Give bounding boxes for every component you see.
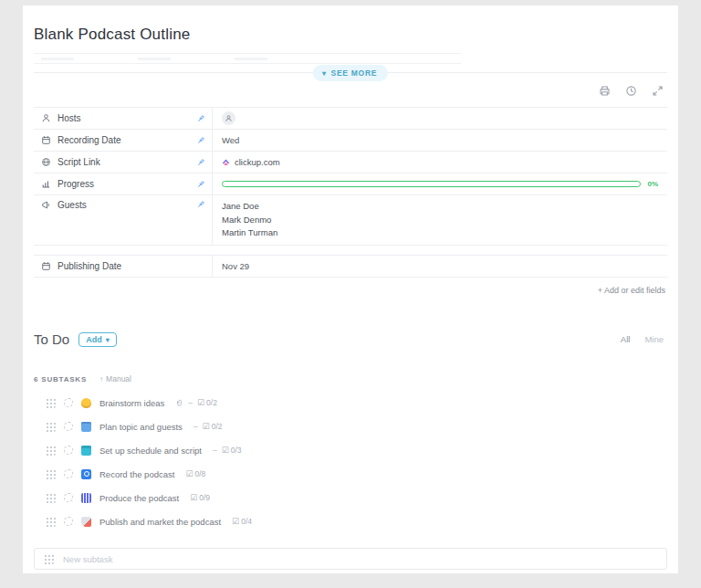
pin-icon[interactable] (196, 114, 205, 123)
subtask-meta: 0/2 (194, 422, 223, 431)
field-name: Script Link (58, 157, 190, 167)
subtask-name[interactable]: Brainstorm ideas (99, 398, 164, 408)
field-label-hosts[interactable]: Hosts (34, 108, 213, 129)
checklist-count[interactable]: 0/3 (222, 446, 242, 455)
progress-icon (41, 179, 51, 189)
lightbulb-icon (81, 398, 91, 408)
subtask-name[interactable]: Produce the podcast (99, 493, 179, 503)
globe-icon (41, 157, 51, 167)
subtask-row[interactable]: Publish and market the podcast 0/4 (45, 509, 667, 533)
calendar-icon (41, 135, 51, 145)
pin-icon[interactable] (196, 200, 205, 209)
filter-mine[interactable]: Mine (644, 334, 664, 344)
status-circle-icon[interactable] (64, 422, 73, 431)
field-label-recording-date[interactable]: Recording Date (34, 130, 213, 151)
status-circle-icon[interactable] (64, 446, 73, 455)
field-row-script-link: Script Link clickup.com (34, 151, 667, 173)
field-row-guests: Guests Jane Doe Mark Denmo Martin Turman (34, 194, 667, 245)
field-label-guests[interactable]: Guests (34, 195, 213, 245)
expand-icon[interactable] (652, 85, 664, 97)
subtask-meta: 0/9 (190, 493, 210, 502)
dash-icon (213, 446, 217, 455)
drag-handle-icon[interactable] (45, 445, 56, 456)
todo-filters: All Mine (621, 334, 664, 344)
rocket-icon (81, 517, 91, 527)
field-name: Progress (58, 179, 190, 189)
status-circle-icon[interactable] (64, 398, 73, 407)
subtask-name[interactable]: Publish and market the podcast (99, 517, 221, 527)
field-value-script-link[interactable]: clickup.com (213, 152, 667, 173)
schedule-icon (81, 446, 91, 456)
field-row-recording-date: Recording Date Wed (34, 129, 667, 151)
drag-handle-icon[interactable] (45, 492, 56, 503)
field-value-hosts[interactable] (213, 108, 667, 129)
checklist-count[interactable]: 0/9 (190, 493, 210, 502)
recording-date-value: Wed (222, 135, 239, 145)
field-name: Guests (58, 200, 190, 210)
field-value-publishing-date[interactable]: Nov 29 (213, 256, 667, 277)
subtask-name[interactable]: Plan topic and guests (99, 422, 183, 432)
subtask-row[interactable]: Brainstorm ideas 0/2 (45, 391, 667, 415)
field-name: Recording Date (58, 135, 190, 145)
dash-icon (194, 422, 198, 431)
sort-control[interactable]: Manual (99, 374, 131, 383)
field-label-progress[interactable]: Progress (34, 173, 213, 194)
subtask-row[interactable]: Plan topic and guests 0/2 (45, 415, 667, 438)
checklist-count[interactable]: 0/8 (185, 469, 205, 478)
field-value-guests[interactable]: Jane Doe Mark Denmo Martin Turman (213, 195, 667, 245)
chevron-down-icon (106, 335, 110, 344)
field-value-progress[interactable]: 0% (213, 173, 667, 194)
see-more-label: SEE MORE (331, 68, 377, 78)
add-button-label: Add (86, 335, 102, 344)
status-circle-icon[interactable] (64, 517, 73, 526)
checkbox-icon (185, 469, 193, 478)
user-icon (225, 114, 233, 122)
dash-icon (188, 398, 193, 407)
drag-handle-icon (43, 553, 54, 564)
todo-section-title: To Do (34, 331, 69, 347)
guest-list: Jane Doe Mark Denmo Martin Turman (222, 197, 277, 243)
sort-arrow-icon (99, 374, 103, 383)
add-subtask-button[interactable]: Add (78, 332, 117, 347)
see-more-divider: SEE MORE (34, 72, 667, 73)
field-value-recording-date[interactable]: Wed (213, 130, 667, 151)
add-or-edit-fields-button[interactable]: + Add or edit fields (23, 278, 678, 295)
subtask-row[interactable]: Produce the podcast 0/9 (45, 486, 667, 509)
guest-name: Mark Denmo (222, 214, 277, 227)
subtask-list: Brainstorm ideas 0/2 Plan topic and gues… (23, 387, 678, 533)
checklist-count[interactable]: 0/4 (232, 517, 252, 526)
calendar-icon (41, 261, 51, 271)
chevron-down-icon (322, 68, 327, 78)
assignee-avatar-placeholder[interactable] (222, 111, 235, 125)
new-subtask-input[interactable] (61, 553, 658, 565)
subtask-row[interactable]: Record the podcast 0/8 (45, 462, 667, 486)
record-icon (81, 469, 91, 479)
status-circle-icon[interactable] (64, 493, 73, 502)
checklist-count[interactable]: 0/2 (203, 422, 223, 431)
field-label-script-link[interactable]: Script Link (34, 152, 213, 173)
pin-icon[interactable] (196, 136, 205, 145)
subtask-count-label: 6 SUBTASKS (34, 375, 87, 383)
drag-handle-icon[interactable] (45, 468, 56, 479)
checkbox-icon (197, 398, 204, 407)
clipboard-icon (81, 422, 91, 432)
print-icon[interactable] (599, 85, 611, 97)
see-more-button[interactable]: SEE MORE (313, 65, 388, 81)
pin-icon[interactable] (196, 158, 205, 167)
field-name: Hosts (58, 113, 190, 123)
subtask-name[interactable]: Record the podcast (99, 469, 174, 479)
pin-icon[interactable] (196, 180, 205, 189)
field-label-publishing-date[interactable]: Publishing Date (34, 256, 213, 277)
drag-handle-icon[interactable] (45, 397, 56, 408)
script-link[interactable]: clickup.com (222, 157, 280, 167)
checkbox-icon (232, 517, 239, 526)
checklist-count[interactable]: 0/2 (197, 398, 217, 407)
subtask-row[interactable]: Set up schedule and script 0/3 (45, 438, 667, 462)
filter-all[interactable]: All (621, 334, 631, 344)
history-icon[interactable] (625, 85, 637, 97)
drag-handle-icon[interactable] (45, 516, 56, 527)
drag-handle-icon[interactable] (45, 421, 56, 432)
subtask-name[interactable]: Set up schedule and script (99, 446, 202, 456)
status-circle-icon[interactable] (64, 469, 73, 478)
custom-fields-table: Hosts Recording Date Wed (34, 107, 667, 278)
